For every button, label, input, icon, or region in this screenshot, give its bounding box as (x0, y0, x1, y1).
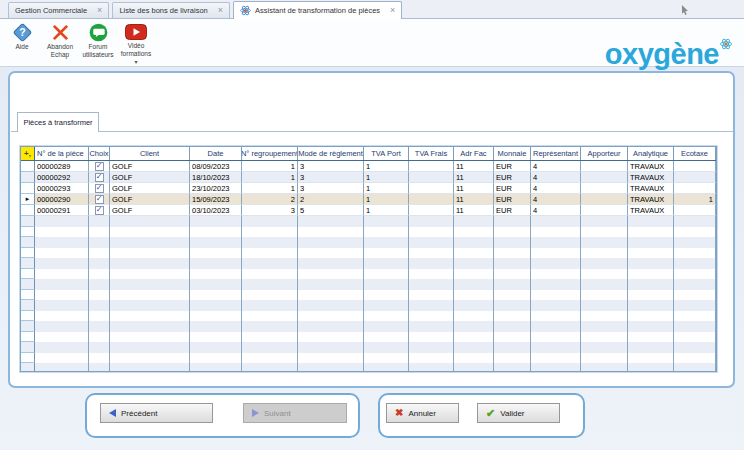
toolbar-item-vidéo-formations[interactable]: Vidéoformations▾ (120, 22, 152, 66)
cell-monnaie[interactable]: EUR (494, 183, 531, 194)
column-header-analytique[interactable]: Analytique (628, 147, 674, 160)
cell-piece[interactable]: 00000290 (35, 194, 89, 205)
cell-analytique[interactable]: TRAVAUX (628, 205, 674, 216)
cell-choix[interactable]: ✓ (89, 183, 110, 194)
cell-apporteur[interactable] (581, 183, 628, 194)
cell-monnaie[interactable]: EUR (494, 161, 531, 172)
cell-analytique[interactable]: TRAVAUX (628, 172, 674, 183)
cell-tva_frais[interactable] (409, 183, 454, 194)
row-selector[interactable] (21, 237, 35, 248)
add-row-icon[interactable]: +, (21, 147, 35, 160)
valider-button[interactable]: ✔ Valider (477, 403, 560, 423)
annuler-button[interactable]: ✖ Annuler (386, 403, 459, 423)
cell-date[interactable]: 15/09/2023 (190, 194, 242, 205)
column-header-regroupement[interactable]: N° regroupement (242, 147, 298, 160)
cell-reglement[interactable]: 3 (298, 172, 364, 183)
cell-piece[interactable]: 00000289 (35, 161, 89, 172)
row-selector[interactable] (21, 321, 35, 332)
cell-choix[interactable]: ✓ (89, 205, 110, 216)
choix-checkbox[interactable]: ✓ (95, 162, 104, 171)
cell-apporteur[interactable] (581, 161, 628, 172)
cell-date[interactable]: 08/09/2023 (190, 161, 242, 172)
column-header-monnaie[interactable]: Monnaie (494, 147, 531, 160)
column-header-adr_fac[interactable]: Adr Fac (454, 147, 494, 160)
table-row[interactable]: 00000293✓GOLF23/10/202313111EUR4TRAVAUX (21, 183, 716, 194)
table-row[interactable]: 00000292✓GOLF18/10/202313111EUR4TRAVAUX (21, 172, 716, 183)
column-header-representant[interactable]: Représentant (531, 147, 581, 160)
row-selector[interactable] (21, 300, 35, 311)
cell-monnaie[interactable]: EUR (494, 172, 531, 183)
cell-ecotaxe[interactable] (674, 205, 716, 216)
cell-monnaie[interactable]: EUR (494, 194, 531, 205)
cell-date[interactable]: 03/10/2023 (190, 205, 242, 216)
row-selector[interactable] (21, 172, 35, 183)
choix-checkbox[interactable]: ✓ (95, 206, 104, 215)
row-selector[interactable] (21, 216, 35, 227)
column-header-choix[interactable]: Choix (89, 147, 110, 160)
cell-choix[interactable]: ✓ (89, 172, 110, 183)
cell-analytique[interactable]: TRAVAUX (628, 161, 674, 172)
row-selector[interactable] (21, 279, 35, 290)
table-row[interactable]: 00000291✓GOLF03/10/202335111EUR4TRAVAUX (21, 205, 716, 216)
cell-apporteur[interactable] (581, 172, 628, 183)
cell-representant[interactable]: 4 (531, 172, 581, 183)
row-selector[interactable] (21, 342, 35, 353)
cell-monnaie[interactable]: EUR (494, 205, 531, 216)
cell-tva_frais[interactable] (409, 205, 454, 216)
cell-adr_fac[interactable]: 11 (454, 183, 494, 194)
cell-tva_frais[interactable] (409, 194, 454, 205)
choix-checkbox[interactable]: ✓ (95, 195, 104, 204)
cell-tva_port[interactable]: 1 (364, 161, 409, 172)
cell-tva_frais[interactable] (409, 161, 454, 172)
cell-apporteur[interactable] (581, 194, 628, 205)
cell-adr_fac[interactable]: 11 (454, 205, 494, 216)
cell-ecotaxe[interactable]: 1 (674, 194, 716, 205)
cell-piece[interactable]: 00000293 (35, 183, 89, 194)
window-tab-0[interactable]: Gestion Commerciale× (8, 2, 109, 18)
cell-choix[interactable]: ✓ (89, 161, 110, 172)
close-icon[interactable]: × (97, 6, 102, 15)
column-header-apporteur[interactable]: Apporteur (581, 147, 628, 160)
row-selector[interactable] (21, 269, 35, 280)
cell-regroupement[interactable]: 1 (242, 172, 298, 183)
cell-reglement[interactable]: 3 (298, 161, 364, 172)
cell-client[interactable]: GOLF (110, 205, 190, 216)
cell-date[interactable]: 23/10/2023 (190, 183, 242, 194)
row-selector[interactable] (21, 290, 35, 301)
cell-tva_port[interactable]: 1 (364, 205, 409, 216)
cell-client[interactable]: GOLF (110, 194, 190, 205)
cell-adr_fac[interactable]: 11 (454, 161, 494, 172)
column-header-client[interactable]: Client (110, 147, 190, 160)
cell-regroupement[interactable]: 3 (242, 205, 298, 216)
cell-client[interactable]: GOLF (110, 183, 190, 194)
column-header-tva_port[interactable]: TVA Port (364, 147, 409, 160)
cell-tva_port[interactable]: 1 (364, 172, 409, 183)
cell-date[interactable]: 18/10/2023 (190, 172, 242, 183)
cell-adr_fac[interactable]: 11 (454, 172, 494, 183)
column-header-date[interactable]: Date (190, 147, 242, 160)
row-selector[interactable] (21, 258, 35, 269)
precedent-button[interactable]: Précédent (100, 403, 213, 423)
cell-piece[interactable]: 00000291 (35, 205, 89, 216)
table-row[interactable]: ►00000290✓GOLF15/09/202322111EUR4TRAVAUX… (21, 194, 716, 205)
tab-pieces-a-transformer[interactable]: Pièces à transformer (17, 112, 99, 132)
cell-representant[interactable]: 4 (531, 183, 581, 194)
row-selector[interactable] (21, 161, 35, 172)
cell-tva_port[interactable]: 1 (364, 194, 409, 205)
cell-tva_frais[interactable] (409, 172, 454, 183)
cell-reglement[interactable]: 3 (298, 183, 364, 194)
row-selector[interactable] (21, 183, 35, 194)
choix-checkbox[interactable]: ✓ (95, 173, 104, 182)
cell-analytique[interactable]: TRAVAUX (628, 183, 674, 194)
cell-ecotaxe[interactable] (674, 183, 716, 194)
cell-client[interactable]: GOLF (110, 172, 190, 183)
cell-tva_port[interactable]: 1 (364, 183, 409, 194)
close-icon[interactable]: × (390, 6, 395, 15)
dropdown-caret-icon[interactable]: ▾ (134, 59, 137, 66)
suivant-button[interactable]: Suivant (243, 403, 347, 423)
window-tab-2[interactable]: Assistant de transformation de pièces× (233, 1, 402, 19)
cell-representant[interactable]: 4 (531, 161, 581, 172)
cell-regroupement[interactable]: 1 (242, 183, 298, 194)
cell-apporteur[interactable] (581, 205, 628, 216)
choix-checkbox[interactable]: ✓ (95, 184, 104, 193)
